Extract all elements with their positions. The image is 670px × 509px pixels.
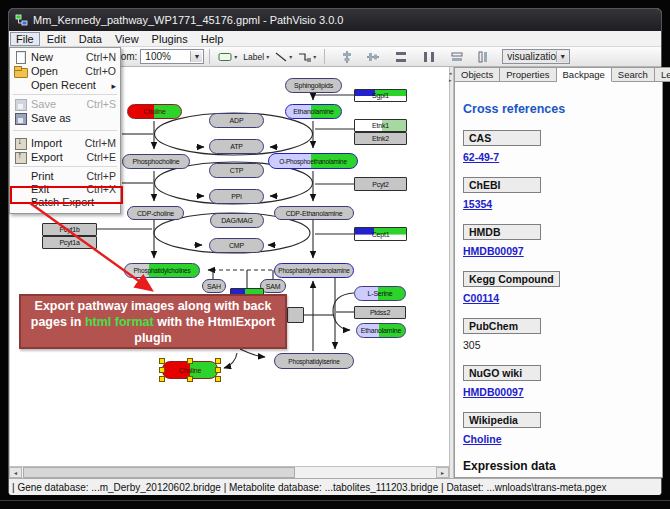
cdp-ethanolamine-node[interactable]: CDP-Ethanolamine — [274, 206, 354, 220]
align-center-x-icon — [341, 51, 353, 63]
choline-top-node[interactable]: Choline — [127, 104, 182, 119]
align-center-y-button[interactable] — [364, 48, 382, 65]
menu-item-open-recent[interactable]: Open Recent — [10, 78, 120, 92]
menu-item-open[interactable]: OpenCtrl+O — [10, 64, 120, 78]
ethanolamine-top-label: Ethanolamine — [293, 108, 333, 115]
menu-help[interactable]: Help — [195, 32, 230, 46]
menu-item-export[interactable]: ExportCtrl+E — [10, 150, 120, 164]
common-height-button[interactable] — [474, 48, 492, 65]
tab-search[interactable]: Search — [612, 67, 655, 82]
chevron-down-icon[interactable]: ▼ — [190, 51, 202, 62]
tab-properties[interactable]: Properties — [500, 67, 556, 82]
backpage-section-wikipedia: WikipediaCholine — [463, 410, 654, 445]
phosphatidylcholines-node[interactable]: Phosphatidylcholines — [124, 263, 200, 278]
adp-node[interactable]: ADP — [209, 113, 264, 128]
selection-handle[interactable] — [187, 376, 193, 382]
etnk2-node[interactable]: Etnk2 — [354, 132, 407, 145]
common-height-icon — [477, 51, 489, 63]
cept1-node[interactable]: Cept1 — [354, 227, 407, 241]
selection-handle[interactable] — [159, 358, 165, 364]
ppi-node[interactable]: PPi — [209, 189, 264, 204]
cmp-label: CMP — [229, 242, 244, 249]
visualization-combobox[interactable]: visualization ▼ — [502, 49, 570, 64]
menu-item-save-as[interactable]: Save as — [10, 111, 120, 125]
datanode-tool-button[interactable] — [215, 48, 240, 65]
phosphatidylserine-node[interactable]: Phosphatidylserine — [274, 353, 354, 369]
atp-node[interactable]: ATP — [209, 139, 264, 154]
etnk1-node[interactable]: Etnk1 — [354, 119, 407, 132]
scroll-right-icon[interactable]: ▸ — [436, 467, 449, 478]
horizontal-scrollbar[interactable]: ◂ ▸ — [9, 466, 449, 478]
chevron-down-icon[interactable]: ▼ — [556, 51, 568, 62]
tab-objects[interactable]: Objects — [454, 67, 500, 82]
pcyt1b-label: Pcyt1b — [59, 226, 79, 233]
tab-backpage[interactable]: Backpage — [557, 67, 612, 82]
selection-handle[interactable] — [187, 358, 193, 364]
ethanolamine-lower-node[interactable]: Ethanolamine — [356, 323, 406, 338]
tab-legend[interactable]: Legend — [655, 67, 670, 82]
scrollbar-thumb[interactable] — [23, 467, 295, 478]
menu-item-new[interactable]: NewCtrl+N — [10, 50, 120, 64]
label-tool-button[interactable]: Label — [240, 48, 272, 65]
selection-handle[interactable] — [215, 376, 221, 382]
collapse-left-icon[interactable]: ◂ — [449, 71, 452, 76]
pcyt1a-node[interactable]: Pcyt1a — [42, 236, 97, 249]
pcyt2-node[interactable]: Pcyt2 — [354, 177, 407, 191]
pcyt1b-node[interactable]: Pcyt1b — [42, 223, 97, 236]
menu-data[interactable]: Data — [73, 32, 108, 46]
o-phosphoethanolamine-node[interactable]: O-Phosphoethanolamine — [268, 153, 358, 169]
sphingolipids-node[interactable]: Sphingolipids — [285, 78, 342, 93]
window-title: Mm_Kennedy_pathway_WP1771_45176.gpml - P… — [33, 14, 343, 26]
line-tool-button[interactable] — [272, 48, 295, 65]
distribute-vertical-button[interactable] — [392, 48, 410, 65]
cdp-choline-node[interactable]: CDP-choline — [127, 206, 184, 220]
ethanolamine-top-node[interactable]: Ethanolamine — [285, 104, 342, 119]
xref-link[interactable]: HMDB00097 — [463, 245, 654, 257]
selection-handle[interactable] — [159, 367, 165, 373]
unlabeled-box-node[interactable] — [287, 307, 304, 323]
l-serine-node[interactable]: L-Serine — [354, 286, 406, 301]
menu-view[interactable]: View — [109, 32, 145, 46]
new-document-icon — [14, 51, 27, 63]
selection-handle[interactable] — [215, 358, 221, 364]
choline-selected-node[interactable]: Choline — [162, 361, 218, 379]
ctp-node[interactable]: CTP — [209, 163, 264, 178]
selection-handle[interactable] — [215, 367, 221, 373]
xref-link[interactable]: C00114 — [463, 292, 654, 304]
phosphocholine-node[interactable]: Phosphocholine — [122, 154, 190, 169]
distribute-horizontal-button[interactable] — [420, 48, 438, 65]
phosphatidylethanolamine-label: Phosphatidylethanolamine — [278, 267, 349, 274]
dag-mag-node[interactable]: DAG/MAG — [210, 213, 264, 228]
backpage-section-cas: CAS62-49-7 — [463, 128, 654, 163]
phosphatidylethanolamine-node[interactable]: Phosphatidylethanolamine — [274, 263, 354, 278]
menu-plugins[interactable]: Plugins — [146, 32, 194, 46]
backpage-panel: Cross references CAS62-49-7ChEBI15354HMD… — [454, 82, 663, 478]
selection-handle[interactable] — [159, 376, 165, 382]
common-width-button[interactable] — [448, 48, 466, 65]
cdp-choline-label: CDP-choline — [137, 210, 174, 217]
menu-edit[interactable]: Edit — [41, 32, 72, 46]
menu-file[interactable]: File — [10, 32, 40, 46]
backpage-sections: CAS62-49-7ChEBI15354HMDBHMDB00097Kegg Co… — [463, 128, 654, 445]
cmp-node[interactable]: CMP — [209, 238, 264, 253]
align-center-x-button[interactable] — [338, 48, 356, 65]
connector-tool-button[interactable] — [295, 48, 319, 65]
xref-link[interactable]: 15354 — [463, 198, 654, 210]
collapse-right-icon[interactable]: ▸ — [449, 78, 452, 83]
menu-item-import[interactable]: ImportCtrl+M — [10, 136, 120, 150]
menu-item-print[interactable]: PrintCtrl+P — [10, 169, 120, 182]
ptdss2-node[interactable]: Ptdss2 — [354, 306, 406, 319]
sgpl1-node[interactable]: Sgpl1 — [354, 89, 407, 102]
connector-tool-icon — [298, 52, 311, 62]
cept1-label: Cept1 — [372, 231, 390, 238]
xref-link[interactable]: HMDB00097 — [463, 386, 654, 398]
xref-link[interactable]: 62-49-7 — [463, 151, 654, 163]
scroll-left-icon[interactable]: ◂ — [9, 467, 22, 478]
l-serine-label: L-Serine — [368, 290, 393, 297]
sidebar-splitter[interactable]: ◂ ▸ — [449, 67, 454, 478]
titlebar[interactable]: Mm_Kennedy_pathway_WP1771_45176.gpml - P… — [9, 9, 661, 31]
sah-node[interactable]: SAH — [202, 279, 226, 293]
xref-link[interactable]: Choline — [463, 433, 654, 445]
section-header: NuGO wiki — [463, 365, 541, 381]
zoom-combobox[interactable]: 100% ▼ — [140, 49, 204, 64]
